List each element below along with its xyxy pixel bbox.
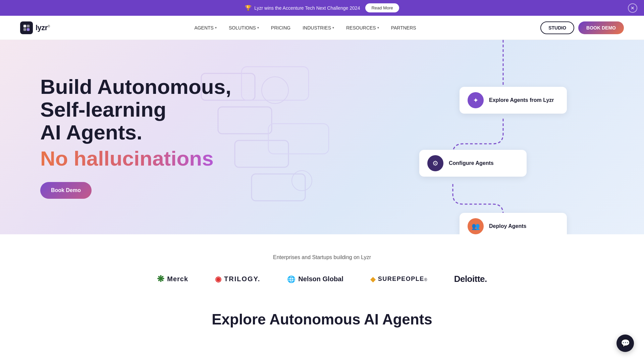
studio-button[interactable]: STUDIO <box>540 21 574 34</box>
flow-step-2: ⚙ Configure Agents <box>419 150 527 177</box>
surepeople-icon: ◆ <box>370 275 375 283</box>
nav-links: AGENTS ▾ SOLUTIONS ▾ PRICING INDUSTRIES … <box>70 25 540 31</box>
solutions-chevron-icon: ▾ <box>257 26 259 29</box>
trilogy-logo: ◉ TRILOGY. <box>215 275 260 284</box>
logo[interactable]: lyzr® <box>20 21 50 34</box>
explore-title: Explore Autonomous AI Agents <box>40 311 604 328</box>
hero-diagram: ✦ Explore Agents from Lyzr ⚙ Configure A… <box>409 40 644 234</box>
flow-step-1: ✦ Explore Agents from Lyzr <box>460 87 567 114</box>
resources-chevron-icon: ▾ <box>377 26 379 29</box>
deploy-agents-icon: 👥 <box>468 218 484 234</box>
nav-partners[interactable]: PARTNERS <box>391 25 416 31</box>
configure-agents-icon: ⚙ <box>427 155 443 171</box>
nav-actions: STUDIO BOOK DEMO <box>540 21 624 34</box>
nav-resources[interactable]: RESOURCES ▾ <box>346 25 379 31</box>
svg-point-10 <box>262 77 288 104</box>
hero-section: Build Autonomous, Self-learning AI Agent… <box>0 40 644 234</box>
hero-subtitle: No hallucinations <box>40 147 241 170</box>
flow-step-2-label: Configure Agents <box>449 160 494 166</box>
svg-rect-2 <box>23 28 26 31</box>
nav-industries[interactable]: INDUSTRIES ▾ <box>303 25 334 31</box>
flow-step-3: 👥 Deploy Agents <box>460 213 567 234</box>
logo-icon <box>20 21 33 34</box>
announcement-close-button[interactable]: ✕ <box>628 3 637 13</box>
nav-agents[interactable]: AGENTS ▾ <box>194 25 217 31</box>
agents-chevron-icon: ▾ <box>215 26 217 29</box>
svg-rect-9 <box>268 124 329 154</box>
merck-icon: ❋ <box>157 274 164 284</box>
nelson-global-icon: 🌐 <box>287 275 296 283</box>
partners-logos: ❋ Merck ◉ TRILOGY. 🌐 Nelson Global ◆ SUR… <box>40 274 604 284</box>
flow-step-3-label: Deploy Agents <box>489 223 526 229</box>
deloitte-logo: Deloitte. <box>454 274 487 284</box>
read-more-button[interactable]: Read More <box>365 3 399 12</box>
nav-solutions[interactable]: SOLUTIONS ▾ <box>229 25 259 31</box>
surepeople-logo: ◆ SUREPEOPLE ® <box>370 275 427 283</box>
svg-rect-1 <box>27 24 30 27</box>
svg-rect-8 <box>241 67 309 100</box>
hero-cta-button[interactable]: Book Demo <box>40 182 92 199</box>
navbar: lyzr® AGENTS ▾ SOLUTIONS ▾ PRICING INDUS… <box>0 16 644 40</box>
svg-rect-0 <box>23 24 26 27</box>
hero-title: Build Autonomous, Self-learning AI Agent… <box>40 75 241 144</box>
trilogy-icon: ◉ <box>215 275 221 284</box>
partners-title: Enterprises and Startups building on Lyz… <box>40 254 604 260</box>
flow-step-1-label: Explore Agents from Lyzr <box>489 97 554 103</box>
nav-pricing[interactable]: PRICING <box>271 25 290 31</box>
book-demo-nav-button[interactable]: BOOK DEMO <box>578 21 624 34</box>
logo-text: lyzr® <box>36 23 50 32</box>
svg-rect-3 <box>27 28 30 31</box>
partners-section: Enterprises and Startups building on Lyz… <box>0 234 644 304</box>
announcement-text: Lyzr wins the Accenture Tech Next Challe… <box>254 5 360 11</box>
merck-logo: ❋ Merck <box>157 274 188 284</box>
hero-content: Build Autonomous, Self-learning AI Agent… <box>40 75 241 199</box>
explore-section: Explore Autonomous AI Agents <box>0 304 644 335</box>
nelson-global-logo: 🌐 Nelson Global <box>287 275 343 283</box>
announcement-bar: 🏆 Lyzr wins the Accenture Tech Next Chal… <box>0 0 644 16</box>
svg-rect-7 <box>252 174 305 201</box>
explore-agents-icon: ✦ <box>468 92 484 108</box>
industries-chevron-icon: ▾ <box>332 26 334 29</box>
trophy-icon: 🏆 <box>245 5 252 11</box>
